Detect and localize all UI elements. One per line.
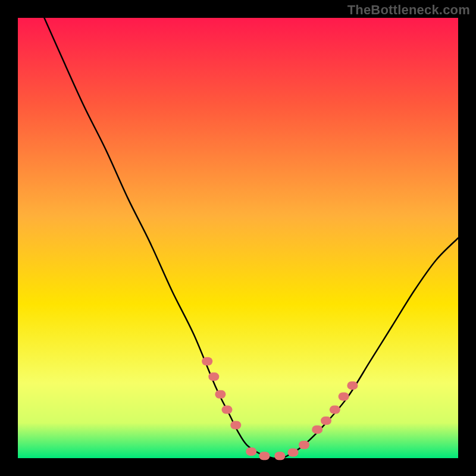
curve-marker xyxy=(312,425,322,434)
curve-marker xyxy=(339,392,349,400)
curve-marker xyxy=(215,390,226,399)
curve-marker xyxy=(330,406,340,414)
curve-marker xyxy=(202,357,212,365)
curve-marker xyxy=(274,452,285,460)
curve-marker xyxy=(246,447,256,456)
plot-area xyxy=(18,18,458,458)
curve-marker xyxy=(230,421,241,430)
curve-marker xyxy=(321,416,331,425)
curve-marker xyxy=(222,406,233,414)
bottleneck-chart: TheBottleneck.com xyxy=(0,0,476,476)
chart-svg xyxy=(0,0,476,476)
curve-marker xyxy=(347,381,358,390)
curve-marker xyxy=(208,372,219,381)
curve-marker xyxy=(299,441,309,449)
curve-marker xyxy=(288,448,299,456)
curve-marker xyxy=(259,452,270,460)
watermark-label: TheBottleneck.com xyxy=(347,2,470,18)
